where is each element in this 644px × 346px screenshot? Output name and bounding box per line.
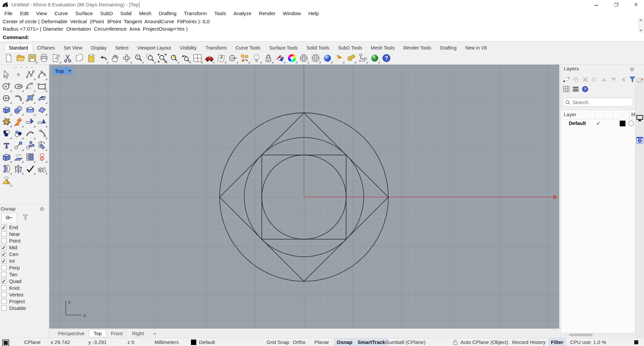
scrollbar-thumb[interactable] (569, 334, 593, 336)
arc-tool-icon[interactable] (24, 81, 36, 92)
tab-mesh-tools[interactable]: Mesh Tools (366, 44, 399, 52)
ortho-toggle[interactable]: Ortho (293, 338, 306, 346)
trim-tool-icon[interactable] (24, 116, 36, 128)
cylinder-tool-icon[interactable] (24, 104, 36, 116)
new-sublayer-icon[interactable] (572, 75, 580, 84)
undo-icon[interactable] (97, 53, 109, 64)
rotate-tool-icon[interactable] (36, 139, 48, 151)
menu-surface[interactable]: Surface (72, 9, 96, 18)
lock-icon[interactable] (262, 53, 274, 64)
viewport-menu-caret-icon[interactable] (66, 70, 73, 72)
palette-drag-handle[interactable]: ● ● ● ● (0, 65, 49, 69)
menu-help[interactable]: Help (305, 9, 323, 18)
auto-cplane-pane[interactable]: Auto CPlane (Object) (460, 338, 508, 346)
orient-tool-icon[interactable] (12, 163, 24, 175)
menu-solid[interactable]: Solid (117, 9, 135, 18)
tab-set-view[interactable]: Set View (59, 44, 87, 52)
viewport-title[interactable]: Top (53, 68, 66, 74)
explode-tool-icon[interactable] (1, 116, 12, 128)
add-viewport-tab-button[interactable]: + (149, 330, 161, 337)
new-file-icon[interactable] (3, 53, 15, 64)
tab-viewport-layout[interactable]: Viewport Layout (133, 44, 175, 52)
viewport-tab-right[interactable]: Right (128, 330, 149, 337)
menu-tools[interactable]: Tools (211, 9, 230, 18)
adjust-curve-tool-icon[interactable] (24, 128, 36, 139)
zoom-selected-icon[interactable] (168, 53, 180, 64)
menu-render[interactable]: Render (255, 9, 279, 18)
tab-standard[interactable]: Standard (4, 43, 33, 52)
tab-new-in-v8[interactable]: New in V8 (461, 44, 491, 52)
polygon-tool-icon[interactable] (1, 92, 12, 104)
primitives-tool-icon[interactable] (36, 163, 48, 175)
lock-icon[interactable] (453, 340, 458, 345)
osnap-tan-row[interactable]: Tan (0, 271, 49, 278)
tab-surface-tools[interactable]: Surface Tools (265, 44, 302, 52)
close-button[interactable]: × (628, 0, 643, 9)
viewport-canvas[interactable]: y x (49, 65, 559, 329)
layer-menu-icon[interactable] (572, 85, 580, 93)
solid-edit-tool-icon[interactable] (1, 151, 12, 163)
text-tool-icon[interactable]: T (1, 139, 12, 151)
zoom-window-icon[interactable] (144, 53, 156, 64)
surface-3pt-tool-icon[interactable] (24, 92, 36, 104)
osnap-int-row[interactable]: ✓Int (0, 258, 49, 264)
tab-subd-tools[interactable]: SubD Tools (334, 44, 366, 52)
osnap-knot-row[interactable]: Knot (0, 285, 49, 291)
menu-file[interactable]: File (1, 9, 16, 18)
scroll-up-icon[interactable] (639, 19, 643, 21)
extrude-tool-icon[interactable] (12, 151, 24, 163)
command-history[interactable]: Center of circle ( Deformable Vertical 2… (0, 18, 644, 33)
osnap-project-row[interactable]: Project (0, 298, 49, 305)
cut-icon[interactable] (62, 53, 74, 64)
named-view-car-icon[interactable] (203, 53, 215, 64)
layer-column-header[interactable]: Layer (564, 112, 577, 117)
viewport-layout-icon[interactable] (192, 53, 203, 64)
layer-row-default[interactable]: Default ✓ (561, 119, 636, 129)
polyline-tool-icon[interactable] (24, 69, 36, 81)
point-tool-icon[interactable] (12, 69, 24, 81)
tab-curve-tools[interactable]: Curve Tools (231, 44, 265, 52)
filter-tab[interactable] (18, 213, 33, 222)
menu-drafting[interactable]: Drafting (155, 9, 180, 18)
scroll-down-icon[interactable] (639, 30, 643, 32)
delete-layer-icon[interactable] (581, 75, 589, 84)
filter-toggle[interactable]: Filter (548, 338, 566, 346)
select-tool-icon[interactable] (1, 69, 12, 81)
surface-pair-tool-icon[interactable] (1, 163, 12, 175)
render-color-wheel-icon[interactable] (286, 53, 298, 64)
tab-cplanes[interactable]: CPlanes (33, 44, 59, 52)
minimize-button[interactable] (589, 0, 604, 9)
menu-transform[interactable]: Transform (180, 9, 211, 18)
current-layer-check[interactable]: ✓ (596, 120, 600, 127)
osnap-tab[interactable] (1, 213, 17, 222)
layer-color-swatch[interactable] (620, 121, 625, 126)
new-layer-icon[interactable] (562, 75, 570, 84)
cplane-pane[interactable]: CPlane (16, 338, 49, 346)
duplicate-layer-icon[interactable] (591, 75, 598, 84)
osnap-cen-row[interactable]: ✓Cen (0, 251, 49, 258)
layers-horizontal-scrollbar[interactable] (562, 333, 635, 337)
viewport-title-badge[interactable]: Top (53, 67, 73, 74)
selection-filter-icon[interactable] (2, 340, 9, 346)
fillet-curves-tool-icon[interactable] (12, 92, 24, 104)
layers-panel-tab-icon[interactable] (636, 77, 643, 85)
tab-display[interactable]: Display (87, 44, 111, 52)
arrow-cone-icon[interactable] (333, 53, 345, 64)
array-linear-tool-icon[interactable] (36, 151, 48, 163)
osnap-disable-row[interactable]: Disable (0, 305, 49, 312)
menu-subd[interactable]: SubD (96, 9, 117, 18)
tab-drafting[interactable]: Drafting (436, 44, 461, 52)
move-layer-up-icon[interactable] (600, 75, 608, 84)
help-panel-tab-icon[interactable]: ? (636, 137, 643, 144)
lamp-icon[interactable] (251, 53, 262, 64)
current-layer-swatch[interactable] (191, 340, 196, 345)
smarttrack-toggle[interactable]: SmartTrack (355, 338, 388, 346)
options-gears-icon[interactable] (345, 53, 357, 64)
osnap-toggle[interactable]: Osnap (334, 338, 355, 346)
paste-icon[interactable] (85, 53, 97, 64)
boolean-difference-tool-icon[interactable] (12, 128, 24, 139)
menu-edit[interactable]: Edit (16, 9, 32, 18)
zoom-icon[interactable]: ± (133, 53, 144, 64)
ellipse-tool-icon[interactable] (12, 81, 24, 92)
material-column-header[interactable]: M (631, 112, 636, 117)
